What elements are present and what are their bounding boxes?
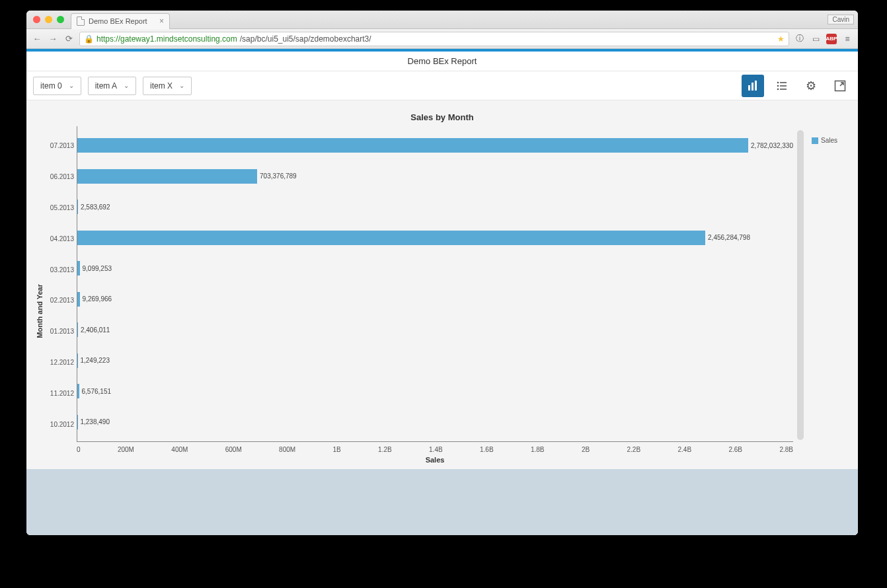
url-path: /sap/bc/ui5_ui5/sap/zdemobexchart3/ <box>240 34 371 44</box>
chart-scrollbar[interactable] <box>797 130 804 440</box>
bar-row: 703,376,789 <box>77 168 793 184</box>
plot-area: 2,782,032,330703,376,7892,583,6922,456,2… <box>77 126 793 469</box>
bar-value-label: 6,576,151 <box>79 388 112 395</box>
y-tick-label: 01.2013 <box>46 328 74 335</box>
close-window-icon[interactable] <box>33 16 40 23</box>
y-tick-label: 06.2013 <box>46 173 74 180</box>
bar[interactable] <box>77 138 748 153</box>
chart-title: Sales by Month <box>33 106 851 126</box>
filter-dropdown-0[interactable]: item 0 ⌄ <box>33 77 81 95</box>
tab-title: Demo BEx Report <box>89 17 147 25</box>
bar-row: 6,576,151 <box>77 383 793 399</box>
bar-value-label: 2,782,032,330 <box>748 142 793 149</box>
footer-area <box>26 469 858 535</box>
bar-value-label: 703,376,789 <box>257 172 297 180</box>
x-tick-label: 1B <box>333 446 341 453</box>
device-icon[interactable]: ▭ <box>810 34 821 44</box>
bar-value-label: 2,456,284,798 <box>705 234 750 241</box>
user-profile-badge[interactable]: Cavin <box>828 15 854 24</box>
x-tick-label: 1.4B <box>429 446 443 453</box>
x-tick-label: 1.2B <box>378 446 392 453</box>
chart-container: Sales by Month Month and Year 07.201306.… <box>26 100 858 469</box>
legend-label: Sales <box>821 137 837 144</box>
filter-toolbar: item 0 ⌄ item A ⌄ item X ⌄ ⚙ <box>26 71 858 100</box>
y-tick-label: 11.2012 <box>46 390 74 397</box>
bars-area[interactable]: 2,782,032,330703,376,7892,583,6922,456,2… <box>77 126 793 442</box>
bar-value-label: 9,269,966 <box>80 295 112 303</box>
svg-rect-2 <box>755 81 757 91</box>
fullscreen-icon <box>834 80 846 92</box>
svg-rect-0 <box>748 85 750 91</box>
settings-button[interactable]: ⚙ <box>800 75 822 97</box>
fullscreen-button[interactable] <box>829 75 851 97</box>
url-host: https://gateway1.mindsetconsulting.com <box>96 34 237 44</box>
page-icon <box>77 17 85 26</box>
bar-row: 1,238,490 <box>77 414 793 430</box>
x-tick-label: 2B <box>582 446 590 453</box>
toolbar-right: ⚙ <box>742 75 851 97</box>
x-tick-label: 2.2B <box>627 446 641 453</box>
bar-row: 9,099,253 <box>77 260 793 276</box>
bar-value-label: 9,099,253 <box>80 265 112 272</box>
window-controls[interactable] <box>26 16 71 23</box>
x-tick-label: 800M <box>279 446 295 453</box>
browser-tab[interactable]: Demo BEx Report × <box>71 13 170 29</box>
list-view-button[interactable] <box>771 75 793 97</box>
reload-button[interactable]: ⟳ <box>63 34 74 44</box>
dropdown-label: item 0 <box>40 81 62 91</box>
svg-point-3 <box>777 81 779 83</box>
y-tick-label: 04.2013 <box>46 235 74 242</box>
bookmark-star-icon[interactable]: ★ <box>777 34 785 44</box>
browser-tab-strip: Demo BEx Report × Cavin <box>26 11 858 29</box>
chevron-down-icon: ⌄ <box>69 82 74 89</box>
app-header: Demo BEx Report <box>26 52 858 71</box>
gear-icon: ⚙ <box>806 79 816 93</box>
chart-legend: Sales <box>805 126 851 469</box>
bar-value-label: 2,406,011 <box>78 326 110 334</box>
bar-row: 9,269,966 <box>77 291 793 307</box>
bar-value-label: 2,583,692 <box>78 203 110 211</box>
back-button[interactable]: ← <box>32 34 42 44</box>
x-tick-label: 200M <box>118 446 134 453</box>
bar-row: 1,249,223 <box>77 353 793 369</box>
y-tick-label: 05.2013 <box>46 204 74 211</box>
bar[interactable] <box>77 169 257 184</box>
y-axis-tick-labels: 07.201306.201305.201304.201303.201302.20… <box>44 126 77 469</box>
bar-row: 2,782,032,330 <box>77 137 793 153</box>
filter-dropdown-1[interactable]: item A ⌄ <box>88 77 136 95</box>
bar-value-label: 1,238,490 <box>77 418 110 425</box>
close-tab-icon[interactable]: × <box>159 17 164 26</box>
dropdown-label: item A <box>95 81 117 91</box>
browser-address-bar: ← → ⟳ 🔒 https://gateway1.mindsetconsulti… <box>26 29 858 49</box>
y-tick-label: 07.2013 <box>46 142 74 149</box>
chart-view-button[interactable] <box>742 75 764 97</box>
x-tick-label: 0 <box>77 446 81 453</box>
forward-button[interactable]: → <box>48 34 58 44</box>
x-tick-label: 400M <box>171 446 188 453</box>
info-icon[interactable]: ⓘ <box>794 34 805 44</box>
filter-dropdown-2[interactable]: item X ⌄ <box>143 77 192 95</box>
x-tick-label: 1.6B <box>480 446 494 453</box>
x-tick-label: 2.8B <box>779 446 793 453</box>
chart-body: Month and Year 07.201306.201305.201304.2… <box>33 126 851 469</box>
lock-icon: 🔒 <box>84 34 94 44</box>
svg-rect-1 <box>752 83 753 91</box>
minimize-window-icon[interactable] <box>45 16 52 23</box>
extension-icon[interactable]: ABP <box>826 34 837 44</box>
maximize-window-icon[interactable] <box>57 16 64 23</box>
x-axis-tick-labels: 0200M400M600M800M1B1.2B1.4B1.6B1.8B2B2.2… <box>77 442 793 455</box>
chevron-down-icon: ⌄ <box>124 82 129 89</box>
bar[interactable] <box>77 231 705 245</box>
bar-value-label: 1,249,223 <box>77 357 110 364</box>
x-axis-title: Sales <box>77 455 793 469</box>
y-tick-label: 03.2013 <box>46 266 74 274</box>
browser-window: Demo BEx Report × Cavin ← → ⟳ 🔒 https://… <box>26 11 858 535</box>
svg-rect-6 <box>780 85 787 87</box>
x-tick-label: 600M <box>225 446 242 453</box>
menu-icon[interactable]: ≡ <box>842 34 853 44</box>
legend-swatch-icon <box>812 137 818 144</box>
url-input[interactable]: 🔒 https://gateway1.mindsetconsulting.com… <box>79 32 789 46</box>
svg-point-5 <box>777 85 779 87</box>
y-tick-label: 02.2013 <box>46 297 74 304</box>
bar-row: 2,456,284,798 <box>77 230 793 246</box>
